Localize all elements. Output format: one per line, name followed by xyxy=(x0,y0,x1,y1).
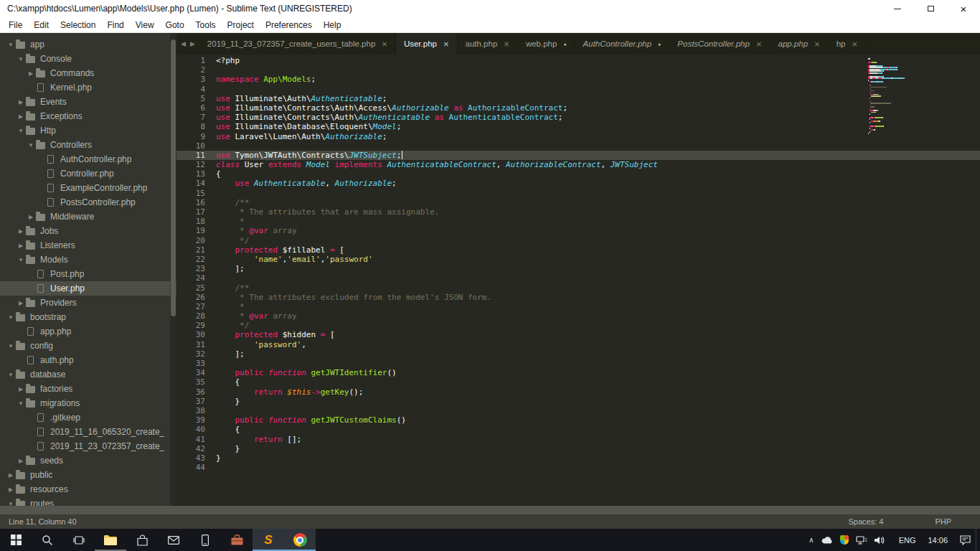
horizontal-scrollbar[interactable] xyxy=(0,506,980,514)
tab-authcontroller-php[interactable]: AuthController.php● xyxy=(575,33,670,55)
menu-item-find[interactable]: Find xyxy=(101,18,129,32)
sidebar-scrollbar-thumb[interactable] xyxy=(171,39,176,316)
sidebar-item-auth-php[interactable]: auth.php xyxy=(0,353,176,367)
menu-item-help[interactable]: Help xyxy=(318,18,347,32)
tab-close-icon[interactable]: × xyxy=(382,39,387,49)
cloud-icon[interactable] xyxy=(818,536,837,544)
indent-setting[interactable]: Spaces: 4 xyxy=(848,517,883,526)
menu-item-tools[interactable]: Tools xyxy=(190,18,222,32)
chevron-down-icon[interactable]: ▼ xyxy=(16,400,26,407)
toolbox-icon[interactable] xyxy=(221,529,253,551)
language-indicator[interactable]: ENG xyxy=(894,529,921,551)
menu-item-selection[interactable]: Selection xyxy=(55,18,101,32)
chevron-down-icon[interactable]: ▼ xyxy=(16,128,26,134)
tab-close-icon[interactable]: × xyxy=(814,39,820,49)
syntax-mode[interactable]: PHP xyxy=(935,517,951,526)
tab-scroll-left-icon[interactable]: ◀ xyxy=(181,40,186,47)
sidebar-item-routes[interactable]: ▼routes xyxy=(0,496,176,506)
close-button[interactable]: × xyxy=(947,0,980,17)
sidebar-item-providers[interactable]: ▶Providers xyxy=(0,296,176,310)
sidebar-item-controllers[interactable]: ▼Controllers xyxy=(0,138,176,152)
volume-icon[interactable] xyxy=(871,536,889,545)
sidebar-item-http[interactable]: ▼Http xyxy=(0,123,176,138)
chevron-right-icon[interactable]: ▶ xyxy=(16,99,26,105)
sidebar-item-config[interactable]: ▼config xyxy=(0,339,176,353)
mail-icon[interactable] xyxy=(158,529,189,551)
action-center-button[interactable] xyxy=(955,529,976,551)
store-icon[interactable] xyxy=(126,529,158,551)
sidebar-item-authcontroller-php[interactable]: AuthController.php xyxy=(0,152,176,166)
sidebar-item-post-php[interactable]: Post.php xyxy=(0,267,176,281)
menu-item-view[interactable]: View xyxy=(130,18,160,32)
sidebar-item-exceptions[interactable]: ▶Exceptions xyxy=(0,109,176,123)
sidebar-item-examplecontroller-php[interactable]: ExampleController.php xyxy=(0,181,176,195)
tab-2019-11-23-072357-create-users-table-php[interactable]: 2019_11_23_072357_create_users_table.php… xyxy=(199,33,396,55)
file-explorer-icon[interactable] xyxy=(95,529,126,551)
sidebar-item-bootstrap[interactable]: ▼bootstrap xyxy=(0,310,176,324)
chevron-right-icon[interactable]: ▶ xyxy=(16,300,26,306)
sidebar-item-public[interactable]: ▶public xyxy=(0,468,176,482)
chevron-down-icon[interactable]: ▼ xyxy=(16,56,26,62)
sidebar-item-models[interactable]: ▼Models xyxy=(0,253,176,267)
tab-close-icon[interactable]: × xyxy=(504,39,509,49)
sidebar-item-middleware[interactable]: ▶Middleware xyxy=(0,209,176,224)
sidebar-item-controller-php[interactable]: Controller.php xyxy=(0,166,176,181)
sidebar-item-2019-11-16-065320-create[interactable]: 2019_11_16_065320_create_ xyxy=(0,425,176,439)
tab-auth-php[interactable]: auth.php× xyxy=(458,33,518,55)
sidebar-item-jobs[interactable]: ▶Jobs xyxy=(0,224,176,238)
tab-postscontroller-php[interactable]: PostsController.php× xyxy=(669,33,770,55)
minimap[interactable] xyxy=(868,58,976,136)
chevron-down-icon[interactable]: ▼ xyxy=(6,42,16,48)
chevron-right-icon[interactable]: ▶ xyxy=(16,386,26,392)
menu-item-edit[interactable]: Edit xyxy=(28,18,55,32)
security-shield-icon[interactable] xyxy=(837,535,852,545)
chevron-down-icon[interactable]: ▼ xyxy=(6,372,16,378)
sidebar-item-seeds[interactable]: ▶seeds xyxy=(0,453,176,468)
sidebar-item-commands[interactable]: ▶Commands xyxy=(0,66,176,80)
sidebar-item-migrations[interactable]: ▼migrations xyxy=(0,396,176,410)
chrome-icon[interactable] xyxy=(284,529,316,551)
start-icon[interactable] xyxy=(0,529,32,551)
network-icon[interactable] xyxy=(852,536,871,545)
sidebar-item-database[interactable]: ▼database xyxy=(0,367,176,382)
menu-item-goto[interactable]: Goto xyxy=(160,18,190,32)
sidebar-item-gitkeep[interactable]: .gitkeep xyxy=(0,410,176,425)
show-desktop-button[interactable] xyxy=(976,529,980,551)
chevron-right-icon[interactable]: ▶ xyxy=(26,70,36,77)
chevron-down-icon[interactable]: ▼ xyxy=(26,142,36,149)
chevron-right-icon[interactable]: ▶ xyxy=(16,228,26,235)
minimize-button[interactable] xyxy=(881,0,914,17)
chevron-right-icon[interactable]: ▶ xyxy=(16,242,26,249)
chevron-down-icon[interactable]: ▼ xyxy=(6,314,16,321)
sidebar-item-factories[interactable]: ▶factories xyxy=(0,382,176,396)
clock[interactable]: 14:06 xyxy=(920,529,955,551)
chevron-right-icon[interactable]: ▶ xyxy=(26,214,36,220)
chevron-down-icon[interactable]: ▼ xyxy=(6,501,16,507)
tab-close-icon[interactable]: × xyxy=(852,39,857,49)
phone-icon[interactable] xyxy=(189,529,221,551)
tab-user-php[interactable]: User.php× xyxy=(396,33,458,55)
sidebar-item-events[interactable]: ▶Events xyxy=(0,95,176,109)
search-icon[interactable] xyxy=(32,529,63,551)
tab-close-icon[interactable]: × xyxy=(443,39,449,49)
sidebar-item-user-php[interactable]: User.php xyxy=(0,281,176,296)
menu-item-file[interactable]: File xyxy=(3,18,28,32)
code-editor[interactable]: 1<?php23namespace App\Models;45use Illum… xyxy=(176,55,980,506)
hidden-icons-icon[interactable]: ∧ xyxy=(805,536,817,544)
menu-item-project[interactable]: Project xyxy=(222,18,260,32)
tab-web-php[interactable]: web.php● xyxy=(518,33,575,55)
sidebar-item-app[interactable]: ▼app xyxy=(0,37,176,52)
tab-scroll-right-icon[interactable]: ▶ xyxy=(190,40,195,47)
sidebar-item-app-php[interactable]: app.php xyxy=(0,324,176,339)
tab-app-php[interactable]: app.php× xyxy=(770,33,828,55)
sublime-text-icon[interactable]: S xyxy=(253,529,284,551)
sidebar-item-resources[interactable]: ▶resources xyxy=(0,482,176,496)
restore-button[interactable] xyxy=(914,0,947,17)
menu-item-preferences[interactable]: Preferences xyxy=(260,18,318,32)
chevron-down-icon[interactable]: ▼ xyxy=(6,343,16,349)
sidebar-item-console[interactable]: ▼Console xyxy=(0,52,176,66)
chevron-down-icon[interactable]: ▼ xyxy=(16,257,26,263)
sidebar-item-postscontroller-php[interactable]: PostsController.php xyxy=(0,195,176,209)
chevron-right-icon[interactable]: ▶ xyxy=(16,113,26,120)
chevron-right-icon[interactable]: ▶ xyxy=(16,458,26,464)
